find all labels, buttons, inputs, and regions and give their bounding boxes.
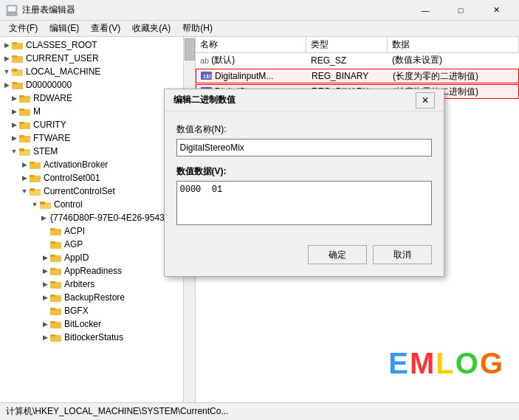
col-header-name: 名称 <box>196 37 306 52</box>
folder-icon <box>50 306 62 316</box>
title-bar: 注册表编辑器 — □ ✕ <box>0 0 519 21</box>
tree-label: ACPI <box>64 226 85 236</box>
tree-label: LOCAL_MACHINE <box>26 66 100 77</box>
tree-item-appid[interactable]: ▶ AppID <box>0 251 183 264</box>
cell-data: (长度为零的二进制值) <box>388 69 518 83</box>
dialog-name-input[interactable] <box>176 139 432 156</box>
tree-label: CURRENT_USER <box>26 53 99 63</box>
tree-item-controlset001[interactable]: ▶ ControlSet001 <box>0 171 183 185</box>
folder-icon <box>12 41 24 50</box>
svg-rect-1 <box>8 7 16 11</box>
cell-type: REG_BINARY <box>307 70 388 82</box>
tree-item-ftware[interactable]: ▶ FTWARE <box>0 131 183 145</box>
tree-label: Control <box>54 199 83 210</box>
tree-item-d00000000[interactable]: ▶ D00000000 <box>0 78 183 92</box>
dialog-data-input[interactable] <box>176 181 432 225</box>
tree-item-bitlockerstatus[interactable]: ▶ BitlockerStatus <box>0 331 183 344</box>
folder-icon <box>50 240 62 249</box>
expand-icon: ▼ <box>31 201 38 208</box>
tree-label: BackupRestore <box>64 292 125 303</box>
tree-item-acpi[interactable]: ACPI <box>0 224 183 238</box>
tree-item-activationbroker[interactable]: ▶ ActivationBroker <box>0 158 183 171</box>
cell-name: 11 00 DigitalinputM... <box>196 70 307 82</box>
tree-item-bgfx[interactable]: BGFX <box>0 304 183 317</box>
tree-item-currentcontrolset[interactable]: ▼ CurrentControlSet <box>0 185 183 198</box>
dialog-name-label: 数值名称(N): <box>176 123 432 136</box>
tree-item-curity[interactable]: ▶ CURITY <box>0 118 183 131</box>
dialog-footer: 确定 取消 <box>165 239 444 276</box>
menu-view[interactable]: 查看(V) <box>85 21 126 36</box>
svg-rect-13 <box>19 95 24 97</box>
cell-type: REG_SZ <box>306 55 388 66</box>
folder-icon <box>30 160 41 170</box>
tree-item-classes-root[interactable]: ▶ CLASSES_ROOT <box>0 38 183 52</box>
svg-rect-44 <box>50 281 55 283</box>
tree-item-7746d[interactable]: ▶ {7746D80F-97E0-4E26-9543-26B41FC... <box>0 211 183 224</box>
tree-item-local-machine[interactable]: ▼ LOCAL_MACHINE <box>0 65 183 78</box>
dialog-close-button[interactable]: ✕ <box>416 92 435 109</box>
maximize-button[interactable]: □ <box>444 0 478 21</box>
expand-icon: ▶ <box>41 267 49 275</box>
col-header-data: 数据 <box>388 37 519 52</box>
svg-rect-52 <box>50 334 55 337</box>
dialog-title-bar: 编辑二进制数值 ✕ <box>165 89 444 111</box>
tree-label: STEM <box>33 146 58 156</box>
tree-item-rdware[interactable]: ▶ RDWARE <box>0 92 183 105</box>
menu-help[interactable]: 帮助(H) <box>176 21 219 36</box>
svg-rect-15 <box>19 109 24 111</box>
folder-icon <box>50 280 62 289</box>
binary-icon: 11 00 <box>201 71 213 81</box>
svg-rect-4 <box>12 42 17 44</box>
col-header-type: 类型 <box>306 37 388 52</box>
folder-icon <box>19 134 31 143</box>
expand-icon: ▶ <box>10 94 18 102</box>
tree-item-appreadiness[interactable]: ▶ AppReadiness <box>0 264 183 278</box>
expand-icon <box>41 307 49 314</box>
expand-icon: ▼ <box>3 68 10 75</box>
tree-label: CurrentControlSet <box>44 186 115 196</box>
tree-item-m[interactable]: ▶ M <box>0 105 183 118</box>
folder-icon <box>19 120 31 130</box>
dialog-data-label: 数值数据(V): <box>176 165 432 178</box>
expand-icon: ▶ <box>41 334 49 341</box>
minimize-button[interactable]: — <box>408 0 442 21</box>
tree-label: AppReadiness <box>64 266 122 276</box>
expand-icon: ▶ <box>3 41 10 49</box>
expand-icon: ▶ <box>41 294 49 301</box>
tree-item-bitlocker[interactable]: ▶ BitLocker <box>0 317 183 331</box>
table-row[interactable]: 11 00 DigitalinputM... REG_BINARY (长度为零的… <box>196 69 519 83</box>
tree-label: FTWARE <box>33 133 70 143</box>
menu-favorites[interactable]: 收藏夹(A) <box>126 21 176 36</box>
expand-icon: ▶ <box>41 280 49 288</box>
folder-open-icon <box>12 67 24 77</box>
tree-item-stem[interactable]: ▼ STEM <box>0 145 183 158</box>
table-header: 名称 类型 数据 <box>196 37 519 53</box>
svg-rect-6 <box>12 55 17 58</box>
table-row[interactable]: ab (默认) REG_SZ (数值未设置) <box>196 53 519 68</box>
svg-text:00: 00 <box>207 74 213 79</box>
svg-rect-50 <box>50 321 55 323</box>
expand-icon: ▼ <box>21 187 28 195</box>
emlog-logo: E M L O G <box>388 347 504 380</box>
svg-rect-40 <box>50 255 55 257</box>
tree-item-backuprestore[interactable]: ▶ BackupRestore <box>0 291 183 304</box>
expand-icon: ▶ <box>10 134 18 142</box>
dialog-cancel-button[interactable]: 取消 <box>373 245 432 264</box>
expand-icon: ▶ <box>21 161 28 168</box>
logo-m: M <box>410 347 436 380</box>
tree-item-current-user[interactable]: ▶ CURRENT_USER <box>0 52 183 65</box>
folder-open-icon <box>30 187 41 196</box>
close-button[interactable]: ✕ <box>479 0 513 21</box>
folder-icon <box>12 80 24 90</box>
app-title: 注册表编辑器 <box>22 4 408 16</box>
folder-icon <box>12 54 24 63</box>
tree-item-arbiters[interactable]: ▶ Arbiters <box>0 278 183 291</box>
menu-edit[interactable]: 编辑(E) <box>44 21 85 36</box>
cell-data: (数值未设置) <box>388 53 519 67</box>
tree-item-agp[interactable]: AGP <box>0 238 183 251</box>
logo-g: G <box>480 347 504 380</box>
tree-item-control[interactable]: ▼ Control <box>0 198 183 211</box>
tree-label: ControlSet001 <box>44 173 100 183</box>
dialog-ok-button[interactable]: 确定 <box>308 245 367 264</box>
menu-file[interactable]: 文件(F) <box>3 21 44 36</box>
